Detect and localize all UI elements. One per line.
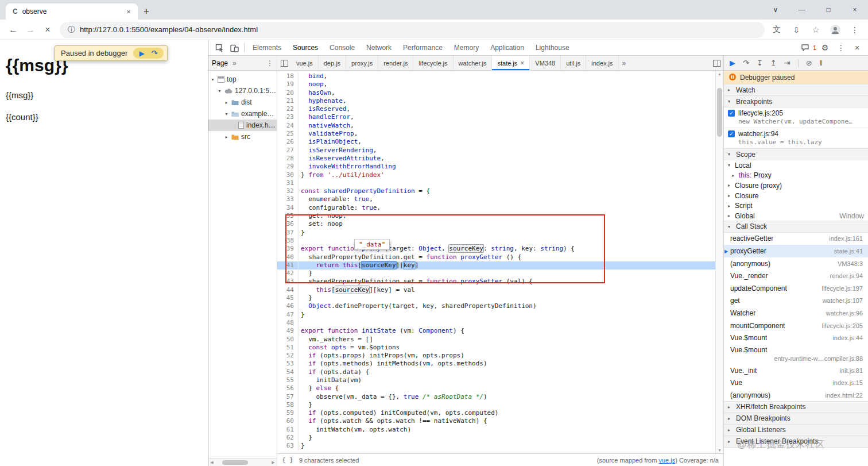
site-info-icon[interactable]: ⓘ: [68, 25, 75, 35]
gear-icon[interactable]: ⚙: [817, 43, 832, 52]
pretty-print-icon[interactable]: { }: [282, 456, 293, 464]
resume-script-icon[interactable]: ▶: [139, 49, 144, 57]
line-number[interactable]: 38: [277, 237, 299, 245]
call-stack-frame[interactable]: Vue.$mountindex.js:44: [724, 332, 868, 344]
file-tab-proxy-js[interactable]: proxy.js: [346, 56, 378, 70]
line-number[interactable]: 49: [277, 327, 299, 335]
inspect-element-icon[interactable]: [212, 44, 227, 52]
tab-close-icon[interactable]: ×: [124, 7, 133, 16]
breakpoint-checkbox[interactable]: ✓: [728, 110, 735, 117]
section-xhr-fetch-breakpoints[interactable]: ▸XHR/fetch Breakpoints: [724, 401, 868, 413]
deactivate-breakpoints-icon[interactable]: ⊘: [806, 59, 812, 67]
line-number[interactable]: 51: [277, 344, 299, 352]
browser-menu-icon[interactable]: ⋮: [846, 21, 863, 38]
tree-item-dist[interactable]: ▸dist: [208, 97, 277, 108]
line-number[interactable]: 52: [277, 352, 299, 360]
devtools-menu-icon[interactable]: ⋮: [834, 43, 848, 52]
scroll-left-icon[interactable]: ◀: [208, 460, 215, 465]
section-dom-breakpoints[interactable]: ▸DOM Breakpoints: [724, 413, 868, 425]
call-stack-frame[interactable]: Watcherwatcher.js:96: [724, 307, 868, 319]
navigator-horizontal-scrollbar[interactable]: ◀ ▶: [208, 458, 277, 466]
line-number[interactable]: 43: [277, 278, 299, 286]
call-stack-frame[interactable]: Vue._initinit.js:81: [724, 364, 868, 377]
tab-memory[interactable]: Memory: [448, 40, 485, 55]
line-number[interactable]: 61: [277, 426, 299, 434]
file-tab-vm348[interactable]: VM348: [530, 56, 561, 70]
line-number[interactable]: 40: [277, 253, 299, 261]
tab-sources[interactable]: Sources: [287, 40, 324, 55]
line-number[interactable]: 42: [277, 269, 299, 278]
navigator-more-tabs-icon[interactable]: »: [232, 59, 237, 67]
line-number[interactable]: 21: [277, 97, 299, 105]
line-number[interactable]: 27: [277, 147, 299, 155]
call-stack-frame[interactable]: Vue._renderrender.js:94: [724, 269, 868, 282]
breakpoint-checkbox[interactable]: ✓: [728, 130, 735, 137]
tab-elements[interactable]: Elements: [247, 40, 287, 55]
line-number[interactable]: 53: [277, 360, 299, 368]
scroll-right-icon[interactable]: ▶: [270, 460, 277, 465]
line-number[interactable]: 19: [277, 80, 299, 88]
scroll-track[interactable]: [215, 459, 270, 466]
call-stack-frame[interactable]: (anonymous)index.html:22: [724, 389, 868, 402]
tab-console[interactable]: Console: [324, 40, 361, 55]
call-stack-frame[interactable]: (anonymous)VM348:3: [724, 257, 868, 270]
tree-item-127-0-0-1-5500[interactable]: ▾127.0.0.1:5500: [208, 85, 277, 97]
devtools-close-icon[interactable]: ×: [850, 43, 865, 52]
file-tab-lifecycle-js[interactable]: lifecycle.js: [413, 56, 453, 70]
line-number[interactable]: 48: [277, 319, 299, 327]
file-tab-watcher-js[interactable]: watcher.js: [454, 56, 493, 70]
code-area[interactable]: "_data" 18 bind,19 noop,20 hasOwn,21 hyp…: [277, 71, 715, 453]
new-tab-button[interactable]: +: [138, 3, 155, 20]
stop-icon[interactable]: ×: [39, 21, 56, 38]
tab-network[interactable]: Network: [361, 40, 397, 55]
scope-node[interactable]: ▾Local: [724, 160, 868, 171]
line-number[interactable]: 56: [277, 384, 299, 392]
forward-icon[interactable]: →: [22, 21, 39, 38]
section-call-stack[interactable]: ▾ Call Stack: [724, 221, 868, 233]
breakpoint-entry[interactable]: ✓lifecycle.js:205new Watcher(vm, updateC…: [724, 107, 868, 128]
scope-node[interactable]: ▸Script: [724, 201, 868, 211]
call-stack-frame[interactable]: mountComponentlifecycle.js:205: [724, 319, 868, 332]
navigator-toggle-icon[interactable]: [277, 60, 291, 67]
tree-item-examples-0[interactable]: ▾examples/0…: [208, 108, 277, 120]
line-number[interactable]: 62: [277, 434, 299, 442]
line-number[interactable]: 32: [277, 187, 299, 195]
minimize-icon[interactable]: —: [789, 0, 815, 20]
close-icon[interactable]: ×: [842, 0, 868, 20]
tree-item-src[interactable]: ▸src: [208, 131, 277, 143]
line-number[interactable]: 46: [277, 302, 299, 310]
file-tab-util-js[interactable]: util.js: [561, 56, 586, 70]
line-number[interactable]: 26: [277, 138, 299, 146]
scroll-thumb[interactable]: [717, 88, 722, 137]
step-out-icon[interactable]: ↥: [770, 59, 777, 67]
pause-on-exceptions-icon[interactable]: ‖: [820, 59, 823, 67]
section-event-listener-breakpoints[interactable]: ▸Event Listener Breakpoints: [724, 436, 868, 448]
line-number[interactable]: 31: [277, 179, 299, 187]
file-tab-state-js[interactable]: state.js×: [492, 56, 530, 70]
tab-lighthouse[interactable]: Lighthouse: [530, 40, 575, 55]
scope-node[interactable]: ▸Closure (proxy): [724, 180, 868, 191]
step-over-icon[interactable]: ↷: [152, 49, 158, 57]
scope-node[interactable]: ▸GlobalWindow: [724, 211, 868, 221]
file-tab-index-js[interactable]: index.js: [586, 56, 618, 70]
console-messages-icon[interactable]: [798, 44, 813, 51]
line-number[interactable]: 41: [277, 261, 299, 269]
tree-item-top[interactable]: ▾top: [208, 74, 277, 85]
line-number[interactable]: 54: [277, 368, 299, 376]
line-number[interactable]: 36: [277, 220, 299, 228]
call-stack-frame[interactable]: getwatcher.js:107: [724, 295, 868, 307]
line-number[interactable]: 47: [277, 311, 299, 319]
line-number[interactable]: 34: [277, 204, 299, 212]
profile-avatar-icon[interactable]: [827, 21, 844, 38]
section-watch[interactable]: ▸ Watch: [724, 84, 868, 96]
line-number[interactable]: 20: [277, 89, 299, 97]
line-number[interactable]: 28: [277, 155, 299, 163]
editor-panel-toggle-icon[interactable]: [710, 60, 723, 67]
maximize-icon[interactable]: □: [815, 0, 842, 20]
line-number[interactable]: 55: [277, 376, 299, 384]
line-number[interactable]: 35: [277, 212, 299, 220]
source-map-link[interactable]: vue.js: [658, 457, 675, 464]
line-number[interactable]: 29: [277, 163, 299, 171]
back-icon[interactable]: ←: [5, 21, 22, 38]
file-tab-vue-js[interactable]: vue.js: [291, 56, 319, 70]
